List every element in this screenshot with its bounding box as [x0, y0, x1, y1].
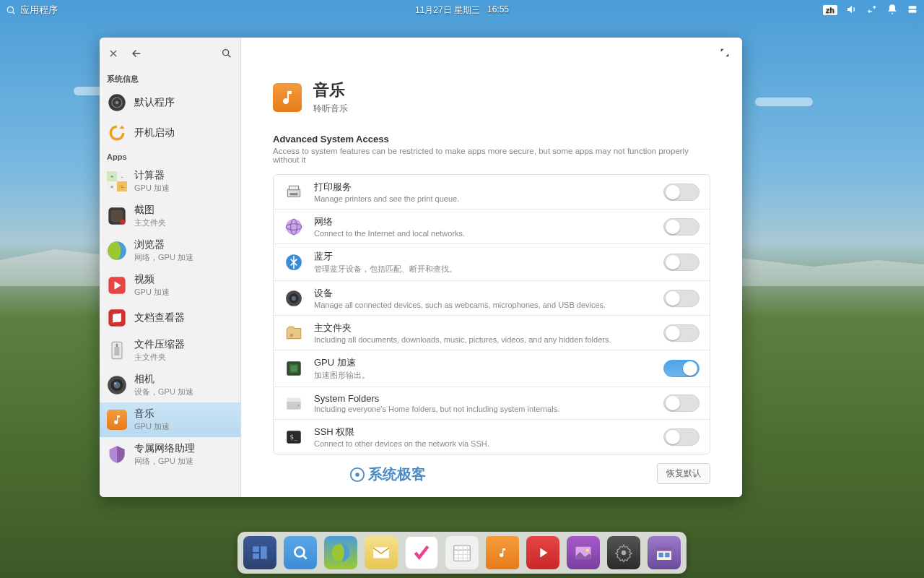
svg-rect-2	[909, 6, 917, 9]
svg-point-22	[114, 382, 117, 385]
perm-title: 蓝牙	[314, 250, 653, 263]
sidebar-app-item-7[interactable]: 音乐GPU 加速	[100, 402, 240, 437]
perm-toggle[interactable]	[663, 254, 699, 271]
perm-title: 打印服务	[314, 181, 653, 194]
session-icon[interactable]	[907, 4, 918, 17]
sidebar-app-item-6[interactable]: 相机设备，GPU 加速	[100, 368, 240, 402]
time-label: 16:55	[487, 4, 509, 17]
perm-icon	[284, 217, 304, 237]
applications-label: 应用程序	[20, 4, 58, 17]
svg-rect-62	[659, 553, 663, 557]
perm-icon	[284, 288, 304, 309]
perm-toggle[interactable]	[663, 428, 699, 446]
perm-icon	[284, 393, 304, 413]
perm-row-2: 蓝牙管理蓝牙设备，包括匹配、断开和查找。	[274, 244, 710, 281]
dock-videos-icon[interactable]	[526, 536, 559, 569]
back-icon[interactable]	[130, 47, 143, 60]
sidebar-item-1[interactable]: 开机启动	[100, 118, 240, 148]
svg-text:$_: $_	[290, 434, 298, 441]
dock-mail-icon[interactable]	[365, 536, 398, 569]
input-method-indicator[interactable]: zh	[823, 5, 837, 15]
svg-rect-35	[291, 366, 297, 372]
svg-rect-44	[253, 553, 259, 559]
perm-toggle[interactable]	[663, 394, 699, 412]
top-panel: 应用程序 11月27日 星期三 16:55 zh	[0, 0, 924, 20]
dock-calendar-icon[interactable]	[445, 536, 479, 569]
svg-line-47	[302, 555, 306, 558]
perm-row-5: GPU 加速加速图形输出。	[274, 350, 710, 387]
restore-defaults-button[interactable]: 恢复默认	[657, 463, 710, 484]
svg-point-32	[292, 296, 297, 301]
svg-point-59	[622, 551, 627, 556]
bell-icon[interactable]	[886, 4, 898, 17]
svg-rect-61	[657, 548, 671, 551]
svg-point-42	[355, 473, 359, 477]
svg-rect-24	[289, 186, 299, 189]
dock-multitasking-icon[interactable]	[243, 536, 276, 569]
sidebar-item-0[interactable]: 默认程序	[100, 87, 240, 118]
dock	[237, 532, 687, 574]
sidebar-app-item-0[interactable]: +-×=计算器GPU 加速	[100, 164, 240, 199]
dock-music-icon[interactable]	[486, 536, 519, 569]
svg-point-58	[586, 548, 590, 552]
settings-window: 系统信息 默认程序开机启动 Apps +-×=计算器GPU 加速截图主文件夹浏览…	[100, 38, 742, 497]
perm-toggle[interactable]	[663, 218, 699, 236]
section-desc: Access to system features can be restric…	[273, 147, 710, 164]
perm-title: 网络	[314, 215, 653, 228]
perm-desc: 加速图形输出。	[314, 370, 653, 381]
perm-toggle[interactable]	[663, 324, 699, 342]
perm-row-1: 网络Connect to the Internet and local netw…	[274, 210, 710, 244]
dock-browser-icon[interactable]	[324, 536, 357, 569]
sidebar-app-item-1[interactable]: 截图主文件夹	[100, 199, 240, 233]
watermark-text: 系统极客	[368, 465, 426, 484]
svg-rect-18	[115, 347, 120, 355]
maximize-icon[interactable]	[719, 47, 732, 60]
app-icon-music	[273, 83, 302, 112]
network-icon[interactable]	[866, 4, 878, 17]
perm-icon	[284, 252, 304, 272]
dock-tasks-icon[interactable]	[405, 536, 438, 569]
svg-rect-3	[909, 9, 917, 12]
perm-row-0: 打印服务Manage printers and see the print qu…	[274, 175, 710, 210]
close-icon[interactable]	[107, 47, 120, 60]
perm-toggle[interactable]	[663, 184, 699, 201]
perm-desc: Manage all connected devices, such as we…	[314, 301, 653, 309]
perm-row-6: System FoldersIncluding everyone's Home …	[274, 387, 710, 420]
sidebar-app-item-4[interactable]: 文档查看器	[100, 303, 240, 333]
sidebar-section-apps: Apps	[100, 148, 240, 164]
sidebar-app-item-2[interactable]: 浏览器网络，GPU 加速	[100, 233, 240, 268]
svg-rect-63	[665, 553, 669, 557]
perm-desc: Including all documents, downloads, musi…	[314, 335, 653, 344]
sidebar-app-item-8[interactable]: 专属网络助理网络，GPU 加速	[100, 437, 240, 472]
search-icon[interactable]	[220, 47, 233, 60]
perm-desc: Manage printers and see the print queue.	[314, 194, 653, 203]
svg-point-13	[121, 220, 126, 225]
dock-appcenter-icon[interactable]	[648, 536, 681, 569]
section-title: Advanced System Access	[273, 134, 710, 144]
perm-toggle[interactable]	[663, 360, 699, 377]
perm-toggle[interactable]	[663, 290, 699, 307]
svg-rect-43	[253, 546, 259, 552]
perm-desc: Including everyone's Home folders, but n…	[314, 405, 653, 413]
volume-icon[interactable]	[846, 4, 858, 17]
perm-title: 设备	[314, 287, 653, 300]
clock-area[interactable]: 11月27日 星期三 16:55	[415, 4, 509, 17]
perm-title: SSH 权限	[314, 426, 653, 439]
perm-title: 主文件夹	[314, 322, 653, 335]
app-title: 音乐	[313, 79, 348, 101]
sidebar: 系统信息 默认程序开机启动 Apps +-×=计算器GPU 加速截图主文件夹浏览…	[100, 38, 241, 497]
dock-settings-icon[interactable]	[607, 536, 640, 569]
perm-row-4: 主文件夹Including all documents, downloads, …	[274, 316, 710, 350]
svg-line-7	[228, 55, 230, 57]
perm-row-3: 设备Manage all connected devices, such as …	[274, 281, 710, 316]
svg-point-26	[286, 219, 302, 235]
dock-files-icon[interactable]	[284, 536, 317, 569]
sidebar-app-item-5[interactable]: 文件压缩器主文件夹	[100, 333, 240, 368]
svg-rect-37	[287, 397, 301, 401]
applications-menu[interactable]: 应用程序	[6, 4, 58, 17]
perm-desc: 管理蓝牙设备，包括匹配、断开和查找。	[314, 264, 653, 275]
sidebar-app-item-3[interactable]: 视频GPU 加速	[100, 268, 240, 303]
svg-rect-45	[261, 546, 267, 558]
watermark: 系统极客	[349, 465, 426, 484]
dock-photos-icon[interactable]	[567, 536, 600, 569]
